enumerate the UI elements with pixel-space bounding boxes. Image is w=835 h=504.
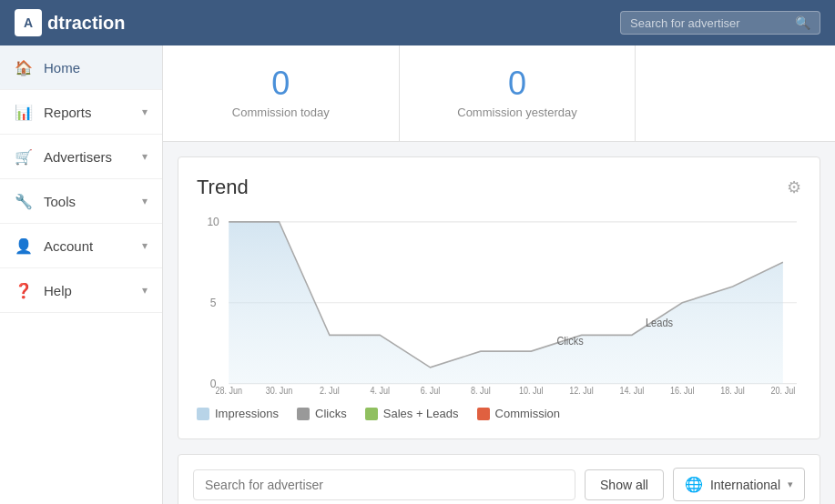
legend-color-clicks bbox=[297, 408, 310, 420]
sidebar-item-tools[interactable]: 🔧 Tools ▾ bbox=[0, 179, 162, 224]
logo-icon: A bbox=[15, 9, 42, 36]
legend-label-clicks: Clicks bbox=[315, 407, 347, 420]
legend-item-impressions: Impressions bbox=[197, 407, 279, 420]
svg-text:2. Jul: 2. Jul bbox=[320, 385, 340, 396]
globe-icon: 🌐 bbox=[685, 476, 703, 493]
svg-text:12. Jul: 12. Jul bbox=[569, 385, 594, 396]
svg-text:10. Jul: 10. Jul bbox=[519, 385, 544, 396]
sidebar: 🏠 Home 📊 Reports ▾ 🛒 Advertisers ▾ 🔧 Too… bbox=[0, 45, 163, 504]
chevron-down-icon: ▾ bbox=[142, 106, 148, 118]
svg-text:30. Jun: 30. Jun bbox=[266, 385, 293, 396]
legend-item-clicks: Clicks bbox=[297, 407, 347, 420]
chart-container: 10 5 0 bbox=[197, 214, 801, 396]
trend-header: Trend ⚙ bbox=[197, 176, 801, 199]
main-layout: 🏠 Home 📊 Reports ▾ 🛒 Advertisers ▾ 🔧 Too… bbox=[0, 45, 835, 504]
chevron-down-icon: ▾ bbox=[788, 479, 793, 490]
svg-text:Leads: Leads bbox=[646, 317, 673, 329]
svg-text:4. Jul: 4. Jul bbox=[370, 385, 390, 396]
advertisers-icon: 🛒 bbox=[15, 147, 33, 166]
main-content: 0 Commission today 0 Commission yesterda… bbox=[163, 45, 835, 504]
trend-chart: 10 5 0 bbox=[197, 214, 801, 396]
tools-icon: 🔧 bbox=[15, 192, 33, 210]
sidebar-item-advertisers[interactable]: 🛒 Advertisers ▾ bbox=[0, 135, 162, 179]
logo-text: dtraction bbox=[47, 13, 126, 34]
sidebar-item-label: Help bbox=[44, 283, 72, 298]
sidebar-item-label: Tools bbox=[44, 194, 76, 209]
sidebar-item-account[interactable]: 👤 Account ▾ bbox=[0, 224, 162, 268]
reports-icon: 📊 bbox=[15, 103, 33, 121]
logo: A dtraction bbox=[15, 9, 126, 36]
international-dropdown[interactable]: 🌐 International ▾ bbox=[673, 468, 805, 501]
svg-text:5: 5 bbox=[210, 296, 217, 310]
svg-text:6. Jul: 6. Jul bbox=[421, 385, 441, 396]
svg-text:8. Jul: 8. Jul bbox=[471, 385, 491, 396]
stat-empty bbox=[636, 45, 835, 141]
legend-item-sales-leads: Sales + Leads bbox=[365, 407, 459, 420]
commission-today-label: Commission today bbox=[181, 106, 381, 119]
svg-text:10: 10 bbox=[207, 215, 219, 229]
stat-card-today: 0 Commission today bbox=[163, 45, 400, 141]
sidebar-item-label: Home bbox=[44, 60, 80, 76]
account-icon: 👤 bbox=[15, 237, 33, 255]
header-search-icon: 🔍 bbox=[795, 15, 810, 30]
commission-yesterday-value: 0 bbox=[418, 67, 617, 100]
trend-title: Trend bbox=[197, 176, 249, 199]
legend-color-impressions bbox=[197, 408, 209, 420]
bottom-bar: Show all 🌐 International ▾ bbox=[178, 454, 820, 504]
sidebar-item-label: Advertisers bbox=[44, 149, 112, 165]
svg-text:18. Jul: 18. Jul bbox=[720, 385, 745, 396]
gear-icon[interactable]: ⚙ bbox=[787, 177, 801, 197]
legend-label-sales-leads: Sales + Leads bbox=[383, 407, 459, 420]
sidebar-item-label: Reports bbox=[44, 105, 92, 120]
chart-legend: Impressions Clicks Sales + Leads Commiss… bbox=[197, 407, 801, 420]
sidebar-item-home[interactable]: 🏠 Home bbox=[0, 45, 162, 90]
commission-yesterday-label: Commission yesterday bbox=[418, 106, 617, 119]
sidebar-item-help[interactable]: ❓ Help ▾ bbox=[0, 268, 162, 313]
legend-item-commission: Commission bbox=[477, 407, 561, 420]
legend-label-commission: Commission bbox=[495, 407, 561, 420]
chevron-down-icon: ▾ bbox=[142, 239, 148, 252]
bottom-search-input[interactable] bbox=[193, 469, 575, 500]
chevron-down-icon: ▾ bbox=[142, 150, 148, 163]
svg-text:28. Jun: 28. Jun bbox=[215, 385, 242, 396]
stat-card-yesterday: 0 Commission yesterday bbox=[400, 45, 636, 141]
stats-row: 0 Commission today 0 Commission yesterda… bbox=[163, 45, 835, 142]
legend-color-sales-leads bbox=[365, 408, 378, 420]
svg-text:20. Jul: 20. Jul bbox=[771, 385, 796, 396]
trend-section: Trend ⚙ 10 5 0 bbox=[178, 156, 820, 439]
chevron-down-icon: ▾ bbox=[142, 284, 148, 297]
legend-label-impressions: Impressions bbox=[215, 407, 279, 420]
header: A dtraction 🔍 bbox=[0, 0, 835, 45]
sidebar-item-label: Account bbox=[44, 238, 93, 254]
sidebar-item-reports[interactable]: 📊 Reports ▾ bbox=[0, 90, 162, 135]
svg-text:14. Jul: 14. Jul bbox=[620, 385, 645, 396]
svg-text:Clicks: Clicks bbox=[556, 335, 584, 348]
show-all-button[interactable]: Show all bbox=[585, 469, 664, 500]
help-icon: ❓ bbox=[15, 281, 33, 299]
legend-color-commission bbox=[477, 408, 490, 420]
commission-today-value: 0 bbox=[181, 67, 381, 100]
international-label: International bbox=[710, 478, 780, 492]
header-search-bar[interactable]: 🔍 bbox=[620, 11, 820, 35]
header-search-input[interactable] bbox=[630, 16, 789, 30]
chevron-down-icon: ▾ bbox=[142, 195, 148, 207]
home-icon: 🏠 bbox=[15, 58, 33, 76]
svg-text:16. Jul: 16. Jul bbox=[670, 385, 695, 396]
